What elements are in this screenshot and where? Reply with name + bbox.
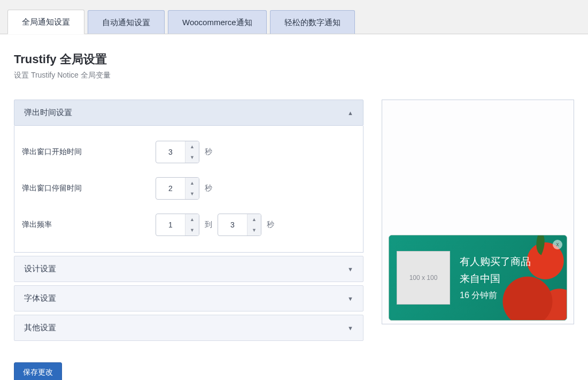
acc-title: 设计设置: [24, 264, 56, 274]
input-start-time[interactable]: ▲▼: [156, 141, 199, 163]
input-start-time-field[interactable]: [156, 141, 185, 163]
tab-global-notice[interactable]: 全局通知设置: [7, 10, 84, 34]
unit-seconds: 秒: [205, 147, 212, 157]
label-start-time: 弹出窗口开始时间: [22, 147, 156, 157]
acc-title: 字体设置: [24, 293, 56, 303]
tab-label: Woocommerce通知: [182, 18, 252, 27]
preview-line1: 有人购买了商品: [460, 255, 531, 269]
preview-thumb-placeholder: 100 x 100: [397, 251, 450, 305]
unit-seconds: 秒: [267, 220, 274, 230]
input-stay-time[interactable]: ▲▼: [156, 177, 199, 200]
tab-woocommerce-notice[interactable]: Woocommerce通知: [168, 10, 267, 34]
acc-header-other[interactable]: 其他设置 ▼: [14, 315, 363, 341]
acc-header-popup-time[interactable]: 弹出时间设置 ▲: [14, 100, 363, 126]
spin-up-icon[interactable]: ▲: [185, 141, 199, 152]
tab-edd-notice[interactable]: 轻松的数字通知: [270, 10, 355, 34]
input-frequency-to-field[interactable]: [218, 214, 247, 235]
page-subtitle: 设置 Trustify Notice 全局变量: [14, 71, 574, 80]
label-stay-time: 弹出窗口停留时间: [22, 184, 156, 193]
tab-label: 轻松的数字通知: [284, 18, 341, 27]
tab-bar: 全局通知设置 自动通知设置 Woocommerce通知 轻松的数字通知: [0, 0, 588, 34]
chevron-down-icon: ▼: [347, 266, 353, 272]
spin-up-icon[interactable]: ▲: [247, 214, 261, 225]
spin-down-icon[interactable]: ▼: [185, 225, 199, 235]
preview-line2: 来自中国: [460, 272, 531, 286]
acc-body-popup-time: 弹出窗口开始时间 ▲▼ 秒 弹出窗口停留时间 ▲▼: [14, 126, 363, 253]
label-frequency: 弹出频率: [22, 220, 156, 230]
save-button[interactable]: 保存更改: [14, 362, 62, 380]
spin-up-icon[interactable]: ▲: [185, 214, 199, 225]
input-frequency-from-field[interactable]: [156, 214, 185, 235]
acc-header-font[interactable]: 字体设置 ▼: [14, 285, 363, 311]
spin-down-icon[interactable]: ▼: [185, 188, 199, 199]
unit-seconds: 秒: [205, 184, 212, 193]
chevron-down-icon: ▼: [347, 325, 353, 331]
acc-header-design[interactable]: 设计设置 ▼: [14, 256, 363, 282]
preview-line3: 16 分钟前: [460, 290, 531, 301]
acc-title: 其他设置: [24, 323, 56, 333]
preview-notice: x 100 x 100 有人购买了商品 来自中国 16 分钟前: [389, 235, 567, 321]
chevron-up-icon: ▲: [347, 110, 353, 116]
acc-title: 弹出时间设置: [24, 108, 72, 118]
spin-down-icon[interactable]: ▼: [247, 225, 261, 235]
page-title: Trustify 全局设置: [14, 34, 574, 67]
chevron-down-icon: ▼: [347, 295, 353, 302]
label-to: 到: [205, 220, 212, 230]
input-frequency-from[interactable]: ▲▼: [156, 214, 199, 236]
preview-panel: x 100 x 100 有人购买了商品 来自中国 16 分钟前: [382, 100, 574, 324]
tab-label: 全局通知设置: [22, 17, 70, 26]
input-frequency-to[interactable]: ▲▼: [218, 214, 261, 236]
tab-label: 自动通知设置: [102, 18, 150, 27]
spin-down-icon[interactable]: ▼: [185, 152, 199, 163]
tab-auto-notice[interactable]: 自动通知设置: [88, 10, 165, 34]
spin-up-icon[interactable]: ▲: [185, 178, 199, 188]
input-stay-time-field[interactable]: [156, 178, 185, 199]
